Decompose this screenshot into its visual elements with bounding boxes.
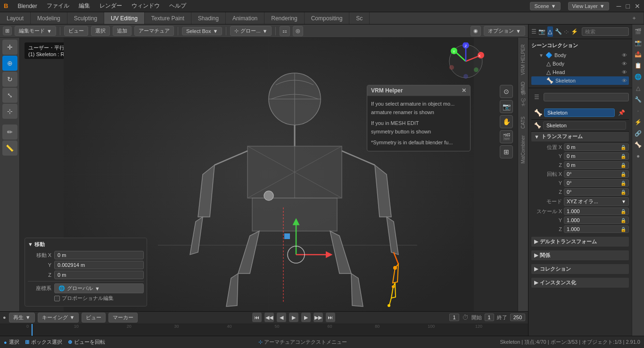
frame-end[interactable]: 250 <box>510 314 525 321</box>
menu-edit[interactable]: 編集 <box>75 1 94 11</box>
playback-dropdown[interactable]: 再生 ▼ <box>9 313 35 323</box>
props-icon-filter[interactable]: ☰ <box>531 26 537 37</box>
proportional-checkbox[interactable] <box>54 296 60 301</box>
close-button[interactable]: ✕ <box>635 2 640 10</box>
scale-x-field[interactable]: 1.000 🔒 <box>564 207 629 215</box>
current-frame[interactable]: 1 <box>449 314 459 321</box>
scale-z-field[interactable]: 1.000 🔒 <box>564 225 629 233</box>
data-block-name[interactable]: Skeleton <box>543 121 626 130</box>
tab-texture-paint[interactable]: Texture Paint <box>145 12 191 24</box>
viewport-gizmo[interactable]: X Y Z <box>447 42 485 80</box>
pos-z-field[interactable]: 0 m 🔒 <box>564 161 629 169</box>
view-menu[interactable]: ビュー <box>64 26 88 36</box>
rot-x-lock[interactable]: 🔒 <box>620 172 626 177</box>
tl-markers-menu[interactable]: マーカー <box>108 313 138 323</box>
rot-y-field[interactable]: 0° 🔒 <box>564 179 629 187</box>
scale-y-field[interactable]: 1.000 🔒 <box>564 216 629 224</box>
pan-view[interactable]: ✋ <box>500 115 513 128</box>
options-dropdown[interactable]: オプション ▼ <box>484 26 525 36</box>
delta-transform-title[interactable]: ▶ デルタトランスフォーム <box>531 237 629 247</box>
rt-icon-data[interactable]: 🦴 <box>633 140 644 150</box>
rt-icon-object-props[interactable]: △ <box>633 83 644 93</box>
side-tab-vrm-helper[interactable]: VRM HELPER <box>520 41 527 78</box>
rt-icon-material[interactable]: ● <box>633 151 644 161</box>
transform-section-title[interactable]: ▼ トランスフォーム <box>531 132 629 141</box>
sc-item-body-mesh[interactable]: △ Body 👁 <box>531 59 629 68</box>
timeline-view[interactable]: 🎬 <box>500 130 513 143</box>
frame-start[interactable]: 1 <box>485 314 494 321</box>
sc-item-body-collection[interactable]: ▼ 🔷 Body 👁 <box>531 51 629 59</box>
vrm-helper-close[interactable]: ✕ <box>462 87 466 94</box>
tab-uv-editing[interactable]: UV Editing <box>104 12 145 24</box>
rt-icon-scene[interactable]: 🎬 <box>633 26 644 37</box>
collections-title[interactable]: ▶ コレクション <box>531 264 629 274</box>
rt-icon-modifier[interactable]: 🔧 <box>633 94 644 105</box>
side-tab-cats[interactable]: CATS <box>520 114 527 132</box>
side-tab-mmd[interactable]: MMD <box>520 79 527 96</box>
proportional-button[interactable]: ◎ <box>293 26 303 36</box>
view-layer-selector[interactable]: View Layer ▼ <box>568 2 609 10</box>
tab-animation[interactable]: Animation <box>226 12 264 24</box>
rot-z-field[interactable]: 0° 🔒 <box>564 188 629 196</box>
jump-to-start-button[interactable]: ⏮ <box>252 313 262 322</box>
rt-icon-world[interactable]: 🌐 <box>633 72 644 82</box>
maximize-button[interactable]: □ <box>626 2 630 10</box>
scale-y-lock[interactable]: 🔒 <box>620 218 626 223</box>
timeline-bar[interactable]: 0 10 20 30 40 50 60 80 100 120 <box>0 324 528 336</box>
rt-icon-output[interactable]: 📤 <box>633 49 644 59</box>
rot-x-field[interactable]: 0° 🔒 <box>564 170 629 178</box>
overlay-toggle[interactable]: ◉ <box>471 26 481 36</box>
sc-item-skeleton[interactable]: 🦴 Skeleton 👁 <box>531 76 629 85</box>
props-filter-icon[interactable]: ☰ <box>531 92 542 102</box>
move-x-value[interactable]: 0 m <box>54 251 144 259</box>
pos-z-lock[interactable]: 🔒 <box>620 163 626 168</box>
camera-view[interactable]: 📷 <box>500 100 513 113</box>
tab-rendering[interactable]: Rendering <box>264 12 304 24</box>
scale-z-lock[interactable]: 🔒 <box>620 227 626 232</box>
select-menu[interactable]: 選択 <box>91 26 110 36</box>
rot-y-lock[interactable]: 🔒 <box>620 181 626 186</box>
next-keyframe-button[interactable]: ▶▶ <box>314 313 323 322</box>
select-box-dropdown[interactable]: Select Box ▼ <box>182 27 222 35</box>
timeline-playhead[interactable] <box>32 324 33 336</box>
pos-x-lock[interactable]: 🔒 <box>620 145 626 150</box>
tool-transform[interactable]: ⊹ <box>2 104 17 119</box>
tool-move[interactable]: ⊕ <box>2 56 17 71</box>
props-icon-camera[interactable]: 📷 <box>538 26 545 37</box>
keying-dropdown[interactable]: キーイング ▼ <box>38 313 79 323</box>
skeleton-name-display[interactable]: Skeleton <box>544 108 615 117</box>
scale-x-lock[interactable]: 🔒 <box>620 209 626 214</box>
props-icon-physics[interactable]: ⚡ <box>571 26 578 37</box>
armature-menu[interactable]: アーマチュア <box>134 26 174 36</box>
rot-z-lock[interactable]: 🔒 <box>620 190 626 195</box>
prev-keyframe-button[interactable]: ◀◀ <box>264 313 274 322</box>
viewport-container[interactable]: ユーザー・平行投影 (1) Skeleton : RightIndexDista… <box>20 38 518 311</box>
tab-compositing[interactable]: Compositing <box>305 12 350 24</box>
menu-window[interactable]: ウィンドウ <box>128 1 164 11</box>
snap-button[interactable]: ⚏ <box>280 26 290 36</box>
play-button[interactable]: ▶ <box>289 313 298 322</box>
add-menu[interactable]: 追加 <box>113 26 132 36</box>
sc-eye-body[interactable]: 👁 <box>622 52 627 58</box>
menu-blender[interactable]: Blender <box>14 2 41 10</box>
props-icon-object[interactable]: △ <box>547 26 553 37</box>
rt-icon-physics[interactable]: ⚡ <box>633 117 644 127</box>
edit-mode-selector[interactable]: 編集モード ▼ <box>15 26 56 36</box>
side-tab-other[interactable]: その他 <box>519 97 528 113</box>
sc-eye-skeleton[interactable]: 👁 <box>622 78 627 83</box>
tab-sculpting[interactable]: Sculpting <box>67 12 104 24</box>
pos-y-lock[interactable]: 🔒 <box>620 154 626 159</box>
props-search-input[interactable] <box>582 27 629 36</box>
sc-item-head-mesh[interactable]: △ Head 👁 <box>531 68 629 76</box>
rt-icon-render[interactable]: 📸 <box>633 38 644 48</box>
tool-cursor[interactable]: ✛ <box>2 40 17 55</box>
pos-x-field[interactable]: 0 m 🔒 <box>564 143 629 151</box>
rt-icon-constraints[interactable]: 🔗 <box>633 128 644 139</box>
tab-sc[interactable]: Sc <box>349 12 370 24</box>
tool-rotate[interactable]: ↻ <box>2 72 17 87</box>
menu-render[interactable]: レンダー <box>96 1 126 11</box>
tool-measure[interactable]: 📏 <box>2 141 17 156</box>
side-tab-mat-combiner[interactable]: MatCombiner <box>520 133 527 166</box>
tl-view-menu[interactable]: ビュー <box>82 313 106 323</box>
tab-layout[interactable]: Layout <box>0 12 31 24</box>
